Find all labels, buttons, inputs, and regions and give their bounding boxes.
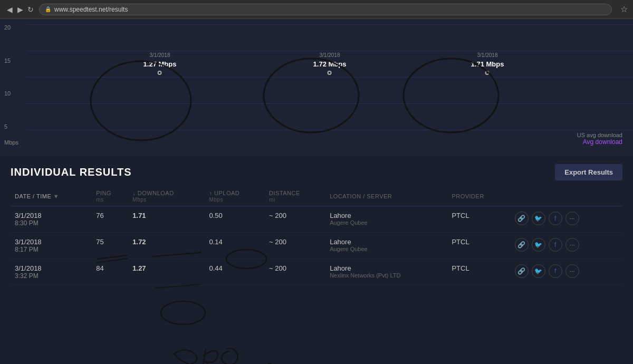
th-provider: PROVIDER xyxy=(447,187,510,206)
time-2: 3:32 PM xyxy=(15,272,88,280)
share-facebook-1[interactable]: f xyxy=(549,238,562,252)
svg-text:?: ? xyxy=(266,361,272,364)
th-location: LOCATION / SERVER xyxy=(325,187,447,206)
legend-avg-download[interactable]: Avg download xyxy=(577,138,622,146)
y-label-15: 15 xyxy=(4,58,11,64)
dp-value-1: 1.27 Mbps xyxy=(143,60,177,68)
th-ping: PING ms xyxy=(92,187,128,206)
share-more-1[interactable]: ··· xyxy=(565,238,579,252)
cell-distance-0: ~ 200 xyxy=(265,206,325,233)
location-sub-0: Augere Qubee xyxy=(330,219,443,226)
share-link-2[interactable]: 🔗 xyxy=(515,264,529,278)
cell-distance-1: ~ 200 xyxy=(265,233,325,259)
chart-y-labels: 20 15 10 5 xyxy=(4,24,11,130)
dp-date-2: 3/1/2018 xyxy=(313,52,347,58)
date-1: 3/1/2018 xyxy=(15,238,88,246)
th-download: ↓ DOWNLOAD Mbps xyxy=(128,187,205,206)
th-upload: ↑ UPLOAD Mbps xyxy=(205,187,265,206)
cell-datetime-0: 3/1/2018 8:30 PM xyxy=(11,206,92,233)
table-header-row: DATE / TIME ▼ PING ms ↓ DOWNLOAD Mbps ↑ … xyxy=(11,187,622,206)
dp-date-1: 3/1/2018 xyxy=(143,52,177,58)
share-icons-0: 🔗 🐦 f ··· xyxy=(515,212,618,225)
dp-value-2: 1.72 Mbps xyxy=(313,60,347,68)
forward-button[interactable]: ▶ xyxy=(16,5,24,14)
location-main-2: Lahore xyxy=(330,264,443,272)
cell-distance-2: ~ 200 xyxy=(265,259,325,285)
th-datetime[interactable]: DATE / TIME ▼ xyxy=(11,187,92,206)
share-facebook-2[interactable]: f xyxy=(549,264,562,278)
dp-date-3: 3/1/2018 xyxy=(471,52,504,58)
results-table: DATE / TIME ▼ PING ms ↓ DOWNLOAD Mbps ↑ … xyxy=(11,187,622,285)
share-link-0[interactable]: 🔗 xyxy=(515,212,529,225)
time-1: 8:17 PM xyxy=(15,246,88,253)
results-header: INDIVIDUAL RESULTS Export Results xyxy=(11,164,622,180)
cell-ping-2: 84 xyxy=(92,259,128,285)
svg-point-7 xyxy=(161,301,205,324)
share-icons-2: 🔗 🐦 f ··· xyxy=(515,264,618,278)
date-0: 3/1/2018 xyxy=(15,212,88,219)
speed-chart: 20 15 10 5 3/1/2018 1.27 Mbps 3/1/2018 1… xyxy=(0,19,633,156)
data-point-3: 3/1/2018 1.71 Mbps xyxy=(471,52,504,75)
cell-upload-2: 0.44 xyxy=(205,259,265,285)
results-section: INDIVIDUAL RESULTS Export Results DATE /… xyxy=(0,156,633,285)
th-distance: DISTANCE mi xyxy=(265,187,325,206)
reload-button[interactable]: ↻ xyxy=(26,5,35,14)
share-facebook-0[interactable]: f xyxy=(549,212,562,225)
results-title: INDIVIDUAL RESULTS xyxy=(11,166,132,178)
time-0: 8:30 PM xyxy=(15,219,88,227)
table-row: 3/1/2018 8:30 PM 76 1.71 0.50 ~ 200 Laho… xyxy=(11,206,622,233)
share-more-2[interactable]: ··· xyxy=(565,264,579,278)
y-label-20: 20 xyxy=(4,24,11,31)
mbps-label: Mbps xyxy=(4,139,18,146)
cell-datetime-1: 3/1/2018 8:17 PM xyxy=(11,233,92,259)
export-results-button[interactable]: Export Results xyxy=(555,164,622,180)
data-point-2: 3/1/2018 1.72 Mbps xyxy=(313,52,347,75)
dp-value-3: 1.71 Mbps xyxy=(471,60,504,68)
bookmark-star-icon[interactable]: ☆ xyxy=(620,4,628,14)
cell-download-0: 1.71 xyxy=(128,206,205,233)
th-share xyxy=(511,187,622,206)
cell-provider-2: PTCL xyxy=(447,259,510,285)
cell-download-1: 1.72 xyxy=(128,233,205,259)
address-bar[interactable]: 🔒 www.speedtest.net/results xyxy=(39,4,612,15)
legend-us-avg: US avg download xyxy=(577,132,622,138)
share-twitter-2[interactable]: 🐦 xyxy=(532,264,545,278)
y-label-5: 5 xyxy=(4,123,11,130)
cell-provider-0: PTCL xyxy=(447,206,510,233)
location-sub-1: Augere Qubee xyxy=(330,246,443,252)
cell-datetime-2: 3/1/2018 3:32 PM xyxy=(11,259,92,285)
cell-share-2: 🔗 🐦 f ··· xyxy=(511,259,622,285)
share-icons-1: 🔗 🐦 f ··· xyxy=(515,238,618,252)
cell-share-0: 🔗 🐦 f ··· xyxy=(511,206,622,233)
back-button[interactable]: ◀ xyxy=(5,5,14,14)
url-text: www.speedtest.net/results xyxy=(54,6,128,13)
cell-location-2: Lahore Nexlinx Networks (Pvt) LTD xyxy=(325,259,447,285)
cell-upload-1: 0.14 xyxy=(205,233,265,259)
browser-chrome: ◀ ▶ ↻ 🔒 www.speedtest.net/results ☆ xyxy=(0,0,633,19)
lock-icon: 🔒 xyxy=(45,6,51,12)
share-more-0[interactable]: ··· xyxy=(565,212,579,225)
share-link-1[interactable]: 🔗 xyxy=(515,238,529,252)
location-main-1: Lahore xyxy=(330,238,443,246)
date-2: 3/1/2018 xyxy=(15,264,88,272)
chart-legend: US avg download Avg download xyxy=(577,132,622,146)
chart-dots-area: 3/1/2018 1.27 Mbps 3/1/2018 1.72 Mbps 3/… xyxy=(26,24,633,130)
cell-upload-0: 0.50 xyxy=(205,206,265,233)
nav-icons: ◀ ▶ ↻ xyxy=(5,5,35,14)
cell-share-1: 🔗 🐦 f ··· xyxy=(511,233,622,259)
cell-ping-0: 76 xyxy=(92,206,128,233)
location-main-0: Lahore xyxy=(330,212,443,219)
table-row: 3/1/2018 3:32 PM 84 1.27 0.44 ~ 200 Laho… xyxy=(11,259,622,285)
dp-dot-1 xyxy=(158,71,162,75)
cell-location-1: Lahore Augere Qubee xyxy=(325,233,447,259)
cell-download-2: 1.27 xyxy=(128,259,205,285)
dp-dot-2 xyxy=(328,71,332,75)
table-row: 3/1/2018 8:17 PM 75 1.72 0.14 ~ 200 Laho… xyxy=(11,233,622,259)
cell-ping-1: 75 xyxy=(92,233,128,259)
cell-location-0: Lahore Augere Qubee xyxy=(325,206,447,233)
share-twitter-1[interactable]: 🐦 xyxy=(532,238,545,252)
data-point-1: 3/1/2018 1.27 Mbps xyxy=(143,52,177,75)
share-twitter-0[interactable]: 🐦 xyxy=(532,212,545,225)
cell-provider-1: PTCL xyxy=(447,233,510,259)
dp-dot-3 xyxy=(485,71,490,75)
